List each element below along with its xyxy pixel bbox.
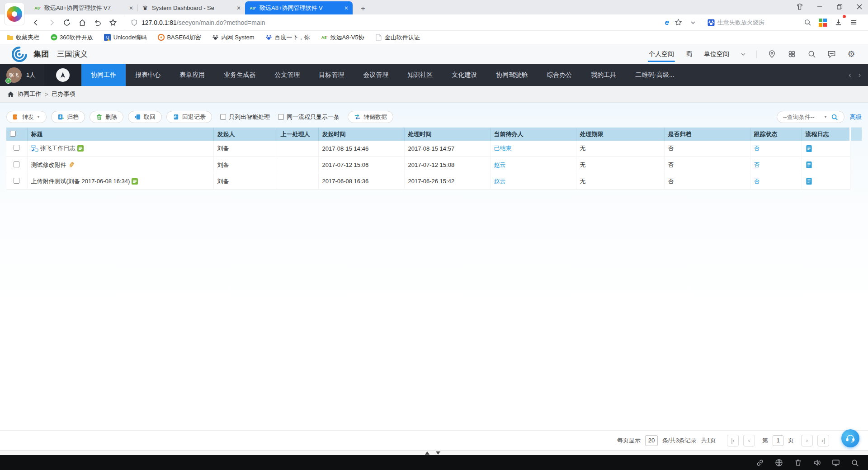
app-nav-button[interactable] [44,64,81,86]
url-field[interactable]: 127.0.0.1:81/seeyon/main.do?method=main … [125,16,682,29]
col-current-handler[interactable]: 当前待办人 [490,128,576,141]
browser-tab-2[interactable]: ♛ System Dashboard - Se ✕ [137,1,245,14]
reload-button[interactable] [61,16,73,29]
next-page-button[interactable]: › [801,435,813,446]
nav-item-knowledge[interactable]: 知识社区 [398,64,442,86]
current-handler-link[interactable]: 已结束 [494,145,512,152]
restore-button[interactable] [835,3,844,11]
globe-icon[interactable] [775,459,783,467]
row-checkbox[interactable] [14,161,19,167]
nav-item-forms[interactable]: 表单应用 [170,64,214,86]
nav-item-official-docs[interactable]: 公文管理 [265,64,309,86]
nav-item-meetings[interactable]: 会议管理 [354,64,398,86]
bookmark-360[interactable]: 360软件开放 [50,33,93,42]
nav-item-reports[interactable]: 报表中心 [126,64,170,86]
advanced-search-link[interactable]: 高级 [850,113,862,121]
select-all-checkbox[interactable] [10,131,16,137]
track-status-link[interactable]: 否 [754,161,760,168]
transfer-data-button[interactable]: 转储数据 [348,111,393,123]
checkbox-icon[interactable] [278,114,284,120]
personal-space-tab[interactable]: 个人空间 [648,46,675,63]
row-checkbox[interactable] [14,178,19,184]
table-row[interactable]: 张飞工作日志 刘备 2017-08-15 14:46 2017-08-15 14… [6,141,862,157]
bookmark-folder[interactable]: 收藏夹栏 [6,33,39,42]
table-row[interactable]: 上传附件测试(刘备 2017-06-08 16:34) 刘备 2017-06-0… [6,173,862,190]
bookmark-intranet[interactable]: 内网 System [212,33,255,42]
flow-log-icon[interactable] [806,177,846,185]
bookmark-star-icon[interactable] [675,19,682,26]
ie-compat-icon[interactable]: e [665,18,669,27]
app-center-icon[interactable] [787,49,797,59]
link-icon[interactable] [756,459,764,467]
content-indicator-icon[interactable] [132,178,138,185]
unit-badge[interactable]: 蜀 [685,46,693,63]
bookmark-baidu[interactable]: 百度一下，你 [265,33,310,42]
avatar[interactable]: 张飞 ✓ [6,67,22,83]
single-flow-checkbox[interactable]: 同一流程只显示一条 [278,113,340,121]
table-row[interactable]: 测试修改附件 刘备 2017-07-12 15:06 2017-07-12 15… [6,157,862,173]
track-status-link[interactable]: 否 [754,145,760,152]
item-title-link[interactable]: 上传附件测试(刘备 2017-06-08 16:34) [31,177,130,185]
display-icon[interactable] [832,459,840,467]
item-title-link[interactable]: 测试修改附件 [31,161,66,169]
current-handler-link[interactable]: 赵云 [494,178,506,185]
space-switch-chevron-icon[interactable] [740,51,746,57]
unit-space-tab[interactable]: 单位空间 [703,46,730,63]
browser-tab-3-active[interactable]: A8' 致远A8+协同管理软件 V ✕ [245,1,353,14]
nav-item-goals[interactable]: 目标管理 [309,64,354,86]
col-prev-handler[interactable]: 上一处理人 [277,128,318,141]
nav-item-general-office[interactable]: 综合办公 [537,64,581,86]
track-status-link[interactable]: 否 [754,178,760,185]
home-icon[interactable] [7,91,14,98]
nav-item-business-builder[interactable]: 业务生成器 [214,64,265,86]
search-icon[interactable] [801,16,814,29]
browser-tab-1[interactable]: A8' 致远A8+协同管理软件 V7 ✕ [30,1,137,14]
col-archived[interactable]: 是否归档 [664,128,750,141]
menu-icon[interactable] [847,16,860,29]
back-button[interactable] [30,16,42,29]
col-deadline[interactable]: 处理期限 [576,128,664,141]
tab-close-icon[interactable]: ✕ [129,5,133,11]
flow-log-icon[interactable] [806,145,846,152]
scroll-down-icon[interactable] [436,451,440,455]
smart-filter-checkbox[interactable]: 只列出智能处理 [220,113,270,121]
current-user[interactable]: 张飞 ✓ 1人 [0,64,44,86]
bookmark-base64[interactable]: BASE64加密 [157,33,201,42]
archive-button[interactable]: 归档 [51,111,85,123]
col-starter[interactable]: 发起人 [213,128,277,141]
messages-icon[interactable] [826,49,836,59]
retrieve-button[interactable]: 取回 [128,111,162,123]
item-title-link[interactable]: 张飞工作日志 [40,144,75,152]
home-button[interactable] [76,16,89,29]
bookmark-seeyon[interactable]: A8' 致远A8-V5协 [321,33,364,42]
nav-item-qrcode[interactable]: 二维码-高级... [626,64,684,86]
forward-action-button[interactable]: 转发 ▼ [6,111,47,123]
col-flow-log[interactable]: 流程日志 [802,128,850,141]
col-start-time[interactable]: 发起时间 [318,128,404,141]
col-track-status[interactable]: 跟踪状态 [750,128,802,141]
close-window-button[interactable] [855,3,863,11]
nav-item-culture[interactable]: 文化建设 [442,64,486,86]
col-title[interactable]: 标题 [27,128,213,141]
nav-scroll-left-icon[interactable]: ‹ [849,71,851,79]
volume-icon[interactable] [813,459,821,467]
downloads-icon[interactable] [832,16,844,29]
flow-log-icon[interactable] [806,161,846,169]
assistant-floating-button[interactable] [841,429,859,447]
gear-icon[interactable]: ⚙ [846,49,856,59]
query-condition-select[interactable]: --查询条件-- ▼ [777,111,844,123]
browser-theme-icon[interactable] [796,3,804,11]
browser-search-box[interactable]: 生意失败放火烧房 [704,16,801,29]
last-page-button[interactable]: ›| [817,435,829,446]
forward-button[interactable] [45,16,58,29]
tab-close-icon[interactable]: ✕ [236,5,241,11]
nav-item-my-tools[interactable]: 我的工具 [581,64,626,86]
undo-closed-tab-button[interactable] [91,16,104,29]
nav-item-collaboration[interactable]: 协同工作 [81,64,126,86]
bookmark-kingsoft[interactable]: 金山软件认证 [375,33,420,42]
delete-button[interactable]: 删除 [90,111,123,123]
trash-icon[interactable] [794,459,802,467]
content-indicator-icon[interactable] [77,145,84,152]
header-search-icon[interactable] [807,49,816,59]
col-handle-time[interactable]: 处理时间 [404,128,490,141]
